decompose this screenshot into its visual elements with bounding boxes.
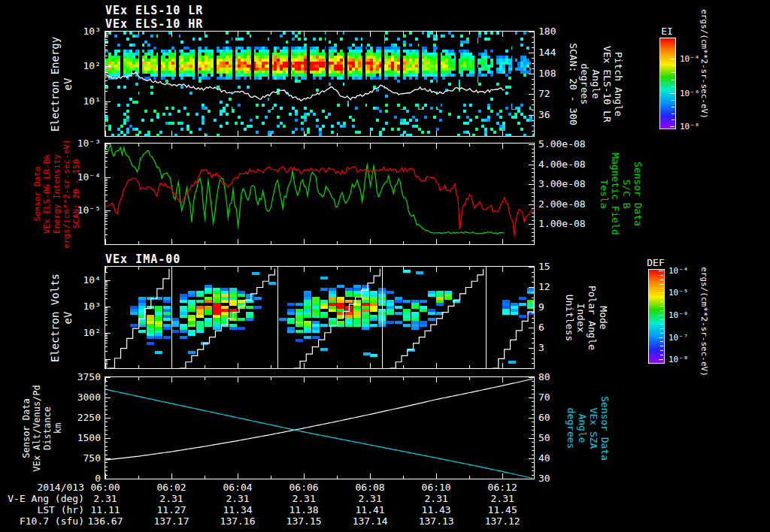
bottom-row-value: 11.45 <box>476 504 529 515</box>
bottom-row-value: 137.16 <box>211 515 264 527</box>
y-axis-tick-label-left: 10³ <box>0 26 101 37</box>
colorbar-minor-tick <box>660 301 663 302</box>
y-axis-tick-label-right: 80 <box>538 371 550 382</box>
axis-label-alt_sza-left: Sensor Data VEx Alt/Venus/Pd Distance km <box>21 385 63 472</box>
bottom-row-value: 11.27 <box>145 504 198 515</box>
bottom-row-value: 11.11 <box>79 504 132 515</box>
colorbar-unit-label: ergs/(cm**2-sr-sec-eV) <box>699 9 709 119</box>
bottom-row-label: 2014/013 <box>0 482 84 493</box>
y-axis-tick-label-right: 30 <box>538 473 550 484</box>
colorbar-minor-tick <box>660 346 663 346</box>
colorbar-minor-tick <box>660 355 663 355</box>
y-axis-tick-label-right: 9 <box>538 301 544 313</box>
colorbar-minor-tick <box>671 80 675 80</box>
colorbar-minor-tick <box>671 113 675 114</box>
y-axis-tick-label-right: 12 <box>538 281 550 292</box>
colorbar-unit-label: ergs/(cm**2-sr-sec-eV) <box>699 267 709 376</box>
alt-sza-panel <box>105 376 535 479</box>
colorbar-minor-tick <box>660 350 663 351</box>
colorbar-minor-tick <box>671 65 675 66</box>
y-axis-tick-label-right: 108 <box>538 68 556 79</box>
colorbar-tick-label: 10⁻⁸ <box>680 121 700 132</box>
colorbar-tick-label: 10⁻⁶ <box>680 88 700 99</box>
panel-title-ima: VEx IMA-00 <box>105 252 180 266</box>
colorbar-minor-tick <box>660 284 663 285</box>
axis-label-els-right: Pitch Angle VEx ELS-10 LR Angle degrees … <box>568 43 624 125</box>
els-spectrogram-panel <box>105 31 535 137</box>
panel-title-els-hr: VEx ELS-10 HR <box>105 17 203 31</box>
colorbar-minor-tick <box>671 119 675 120</box>
colorbar-minor-tick <box>660 328 663 329</box>
colorbar-tick-label: 10⁻⁴ <box>680 53 700 65</box>
axis-label-intensity_b-left: Sensor Data VEx ELS-06 LR-Bk Energy Inte… <box>32 139 81 249</box>
bottom-row-value: 2.31 <box>145 493 198 504</box>
colorbar-minor-tick <box>660 280 663 280</box>
axis-label-ima-right: Mode Polar Angle Index Unitless <box>564 285 609 349</box>
colorbar-minor-tick <box>660 324 663 325</box>
ima-spectrogram-canvas <box>105 267 534 368</box>
colorbar-minor-tick <box>660 288 663 289</box>
y-axis-tick-label-right: 1.00e-08 <box>538 218 586 229</box>
bottom-row-value: 137.13 <box>410 515 462 527</box>
axis-label-ima-left: Electron Volts eV <box>49 273 74 361</box>
time-tick-label: 06:06 <box>277 482 330 493</box>
time-tick-label: 06:12 <box>476 482 529 493</box>
bottom-row-value: 137.12 <box>476 515 529 527</box>
y-axis-tick-label-right: 3 <box>538 342 544 353</box>
colorbar-tick-label: 10⁻⁷ <box>668 332 689 343</box>
colorbar-minor-tick <box>660 333 663 334</box>
bottom-row-value: 2.31 <box>476 493 529 504</box>
axis-label-intensity_b-right: Sensor Data S/C B Magnetic Field Tesla <box>599 153 644 235</box>
y-axis-tick-label-right: 36 <box>538 109 550 120</box>
colorbar-tick-mark <box>670 126 675 127</box>
bottom-row-value: 137.17 <box>145 515 198 527</box>
bottom-row-label: F10.7 (sfu) <box>0 515 84 527</box>
y-axis-tick-label-right: 3.00e-08 <box>538 178 586 189</box>
intensity-b-canvas <box>105 144 534 244</box>
bottom-row-value: 137.15 <box>277 515 330 527</box>
colorbar-minor-tick <box>671 86 675 87</box>
colorbar-tick-mark <box>659 292 663 293</box>
y-axis-tick-label-right: 5.00e-08 <box>538 138 586 150</box>
axis-label-alt_sza-right: Sensor Data VEx SZA Angle degrees <box>565 395 611 460</box>
bottom-row-value: 137.14 <box>344 515 396 527</box>
y-axis-tick-label-right: 180 <box>538 26 556 37</box>
time-tick-label: 06:08 <box>344 482 396 493</box>
bottom-row-label: V-E Ang (deg) <box>0 493 84 504</box>
bottom-row-value: 2.31 <box>344 493 396 504</box>
time-tick-label: 06:02 <box>145 482 198 493</box>
colorbar-minor-tick <box>671 100 675 101</box>
time-tick-label: 06:04 <box>211 482 264 493</box>
alt-sza-canvas <box>105 377 534 479</box>
colorbar-minor-tick <box>660 306 663 307</box>
colorbar-minor-tick <box>660 319 663 320</box>
els-spectrogram-canvas <box>105 32 534 136</box>
y-axis-tick-label-right: 2.00e-08 <box>538 198 586 210</box>
bottom-row-value: 2.31 <box>211 493 264 504</box>
y-axis-tick-label-right: 40 <box>538 452 550 464</box>
bottom-row-value: 11.43 <box>410 504 462 515</box>
y-axis-tick-label-right: 4.00e-08 <box>538 159 586 170</box>
y-axis-tick-label-right: 70 <box>538 391 550 403</box>
colorbar-tick-label: 10⁻⁵ <box>668 287 689 298</box>
colorbar-tick-mark <box>670 59 675 59</box>
colorbar-title-def: DEF <box>647 257 665 268</box>
bottom-row-value: 2.31 <box>410 493 462 504</box>
bottom-row-value: 2.31 <box>277 493 330 504</box>
colorbar-tick-mark <box>659 359 663 360</box>
colorbar-tick-label: 10⁻⁴ <box>668 265 689 277</box>
axis-label-els-left: Electron Energy eV <box>49 36 74 131</box>
bottom-row-value: 136.67 <box>79 515 132 527</box>
y-axis-tick-label-right: 144 <box>538 47 556 58</box>
colorbar-minor-tick <box>671 107 675 107</box>
vex-science-data-display: VEx ELS-10 LR VEx ELS-10 HR VEx IMA-00 1… <box>0 0 770 532</box>
colorbar-tick-mark <box>659 315 663 316</box>
colorbar-minor-tick <box>660 310 663 311</box>
colorbar-minor-tick <box>671 72 675 73</box>
y-axis-tick-label-right: 50 <box>538 432 550 443</box>
y-axis-tick-label-right: 60 <box>538 412 550 423</box>
bottom-row-value: 11.34 <box>211 504 264 515</box>
colorbar-tick-label: 10⁻⁸ <box>668 354 689 365</box>
time-tick-label: 06:00 <box>79 482 132 493</box>
bottom-row-value: 11.41 <box>344 504 396 515</box>
